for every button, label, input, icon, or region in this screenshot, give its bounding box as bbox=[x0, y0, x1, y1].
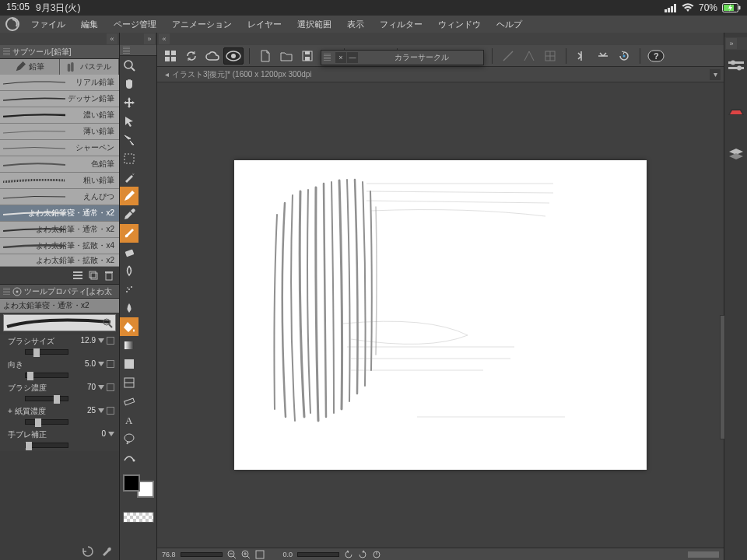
reset-rotation-icon[interactable] bbox=[372, 550, 381, 559]
tool-wand[interactable] bbox=[120, 168, 139, 187]
cmd-eye-icon[interactable] bbox=[223, 47, 244, 65]
chevron-left-icon[interactable]: « bbox=[107, 33, 117, 44]
document-tab[interactable]: ◂ イラスト3[復元]* (1600 x 1200px 300dpi ▾ bbox=[157, 67, 724, 82]
menu-selection[interactable]: 選択範囲 bbox=[289, 19, 339, 30]
canvas[interactable] bbox=[234, 160, 647, 470]
chevron-right-icon[interactable]: » bbox=[144, 33, 155, 44]
duplicate-icon[interactable] bbox=[88, 270, 99, 281]
cmd-snap-grid-icon[interactable] bbox=[540, 47, 560, 65]
prop-direction[interactable]: 向き 5.0 bbox=[0, 358, 119, 381]
color-set-icon[interactable] bbox=[728, 106, 744, 118]
tool-palette-header[interactable] bbox=[120, 45, 156, 56]
zoom-in-icon[interactable] bbox=[241, 550, 251, 559]
tool-pencil[interactable] bbox=[120, 187, 139, 205]
prop-brush-size[interactable]: ブラシサイズ 12.9 bbox=[0, 334, 119, 358]
document-dropdown-icon[interactable]: ▾ bbox=[710, 69, 721, 80]
slider[interactable] bbox=[25, 419, 68, 425]
wrench-icon[interactable] bbox=[100, 545, 113, 558]
menu-animation[interactable]: アニメーション bbox=[164, 19, 240, 30]
brush-item[interactable]: えんぴつ bbox=[0, 189, 119, 205]
tool-gradient[interactable] bbox=[120, 336, 139, 355]
tool-marquee[interactable] bbox=[120, 149, 139, 168]
prop-density[interactable]: ブラシ濃度 70 bbox=[0, 381, 119, 404]
brush-item[interactable]: よわ太鉛筆・拡散・x2 bbox=[0, 254, 119, 267]
chevron-right-icon[interactable]: » bbox=[726, 38, 737, 49]
vertical-scrollbar[interactable] bbox=[720, 315, 725, 439]
slider[interactable] bbox=[25, 396, 68, 401]
zoom-out-icon[interactable] bbox=[227, 550, 237, 559]
prop-stabilization[interactable]: 手ブレ補正 0 bbox=[0, 428, 119, 451]
layer-panel-icon[interactable] bbox=[728, 148, 744, 162]
tool-move[interactable] bbox=[120, 93, 139, 112]
tool-correct-line[interactable] bbox=[120, 448, 139, 467]
menu-view[interactable]: 表示 bbox=[339, 19, 372, 30]
subtab-pastel[interactable]: パステル bbox=[60, 59, 120, 75]
cmd-sync-icon[interactable] bbox=[181, 47, 202, 65]
link-icon[interactable] bbox=[107, 337, 114, 345]
chevron-down-icon[interactable] bbox=[98, 385, 104, 390]
chevron-left-icon[interactable]: « bbox=[159, 33, 170, 44]
tool-layer-move[interactable] bbox=[120, 131, 139, 149]
fit-screen-icon[interactable] bbox=[255, 550, 265, 559]
cmd-open-icon[interactable] bbox=[276, 47, 296, 65]
rotate-cw-icon[interactable] bbox=[358, 550, 367, 559]
canvas-viewport[interactable] bbox=[157, 82, 724, 548]
rotate-ccw-icon[interactable] bbox=[344, 550, 353, 559]
tool-fill[interactable] bbox=[120, 317, 139, 336]
link-icon[interactable] bbox=[107, 407, 114, 415]
cmd-flip-v-icon[interactable] bbox=[593, 47, 613, 65]
menu-icon[interactable] bbox=[72, 270, 83, 281]
menu-page[interactable]: ページ管理 bbox=[106, 19, 164, 30]
search-icon[interactable] bbox=[102, 317, 113, 328]
subtab-pencil[interactable]: 鉛筆 bbox=[0, 59, 60, 75]
brush-item[interactable]: よわ太鉛筆・拡散・x4 bbox=[0, 238, 119, 254]
trash-icon[interactable] bbox=[103, 270, 114, 281]
chevron-down-icon[interactable] bbox=[98, 362, 104, 366]
prop-paper-density[interactable]: + 紙質濃度 25 bbox=[0, 404, 119, 428]
menu-help[interactable]: ヘルプ bbox=[489, 19, 530, 30]
horizontal-scrollbar[interactable] bbox=[688, 551, 719, 558]
cmd-help-icon[interactable]: ? bbox=[646, 47, 666, 65]
app-logo-icon[interactable] bbox=[2, 17, 23, 31]
tool-eyedropper[interactable] bbox=[120, 205, 139, 224]
slider[interactable] bbox=[25, 349, 68, 355]
cmd-cloud-icon[interactable] bbox=[202, 47, 223, 65]
tool-operation[interactable] bbox=[120, 112, 139, 131]
cmd-save-icon[interactable] bbox=[297, 47, 317, 65]
brush-item[interactable]: よわ太鉛筆・通常・x2 bbox=[0, 222, 119, 238]
brush-item[interactable]: シャーペン bbox=[0, 140, 119, 156]
chevron-down-icon[interactable] bbox=[108, 432, 114, 436]
cmd-new-icon[interactable] bbox=[255, 47, 275, 65]
close-icon[interactable]: × bbox=[335, 52, 346, 63]
foreground-color[interactable] bbox=[123, 474, 140, 492]
brush-item[interactable]: 薄い鉛筆 bbox=[0, 124, 119, 140]
rotation-slider[interactable] bbox=[297, 552, 339, 557]
menu-filter[interactable]: フィルター bbox=[372, 19, 430, 30]
cmd-snap-special-icon[interactable] bbox=[519, 47, 539, 65]
tool-text[interactable]: A bbox=[120, 411, 139, 429]
cmd-snap-ruler-icon[interactable] bbox=[498, 47, 518, 65]
color-circle-floating-panel[interactable]: × — カラーサークル bbox=[321, 50, 484, 65]
brush-item-selected[interactable]: よわ太鉛筆寝・通常・x2 bbox=[0, 205, 119, 222]
chevron-down-icon[interactable] bbox=[98, 338, 104, 343]
transparent-color[interactable] bbox=[123, 512, 154, 523]
tool-airbrush[interactable] bbox=[120, 280, 139, 299]
brush-item[interactable]: 濃い鉛筆 bbox=[0, 107, 119, 124]
tool-frame[interactable] bbox=[120, 373, 139, 392]
tool-ruler[interactable] bbox=[120, 392, 139, 411]
menu-layer[interactable]: レイヤー bbox=[240, 19, 289, 30]
chevron-down-icon[interactable] bbox=[98, 408, 104, 413]
cmd-rotate-icon[interactable] bbox=[614, 47, 634, 65]
slider[interactable] bbox=[25, 373, 68, 378]
tool-hand[interactable] bbox=[120, 75, 139, 93]
brush-item[interactable]: リアル鉛筆 bbox=[0, 75, 119, 91]
tool-contour[interactable] bbox=[120, 355, 139, 373]
zoom-slider[interactable] bbox=[181, 552, 223, 557]
tool-brush[interactable] bbox=[120, 224, 139, 243]
link-icon[interactable] bbox=[107, 383, 114, 391]
minimize-icon[interactable]: — bbox=[347, 52, 358, 63]
tool-droplet[interactable] bbox=[120, 299, 139, 317]
tool-blend[interactable] bbox=[120, 261, 139, 280]
reset-icon[interactable] bbox=[82, 545, 94, 558]
brush-item[interactable]: デッサン鉛筆 bbox=[0, 91, 119, 107]
